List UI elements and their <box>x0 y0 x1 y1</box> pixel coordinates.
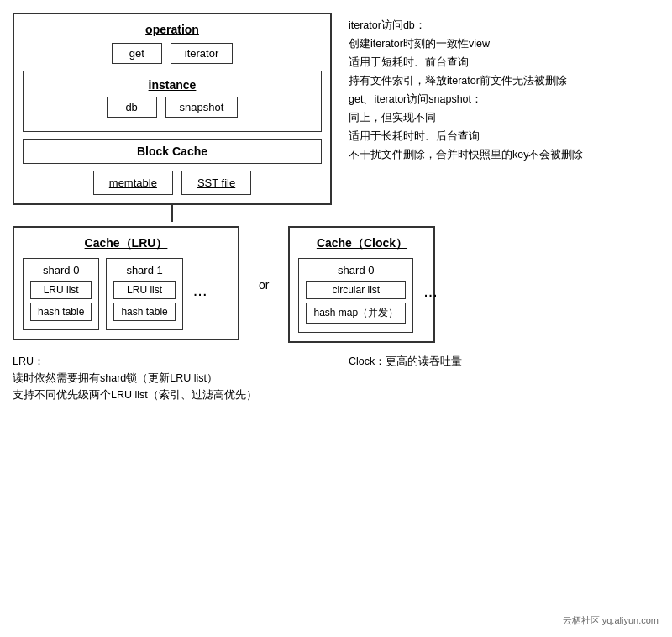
lru-shard1-hashtable: hash table <box>113 303 175 321</box>
note4: 同上，但实现不同 <box>349 109 659 126</box>
watermark: 云栖社区 yq.aliyun.com <box>559 613 662 629</box>
or-label: or <box>252 278 276 292</box>
bottom-cache-section: Cache（LRU） shard 0 LRU list hash table s… <box>13 226 659 343</box>
lru-shard1-lrulist: LRU list <box>113 281 175 299</box>
lru-shard0-hashtable: hash table <box>30 303 92 321</box>
bottom-notes: LRU： 读时依然需要拥有shard锁（更新LRU list） 支持不同优先级两… <box>13 353 659 403</box>
notes-section: iterator访问db： 创建iterator时刻的一致性view 适用于短耗… <box>349 13 659 165</box>
lru-shard0-lrulist: LRU list <box>30 281 92 299</box>
clock-notes: Clock：更高的读吞吐量 <box>323 353 659 403</box>
main-container: operation get iterator instance db snaps… <box>0 0 672 637</box>
note3: 持有文件索引，释放iterator前文件无法被删除 <box>349 72 659 89</box>
clock-shard0-label: shard 0 <box>306 264 406 276</box>
top-diagram: operation get iterator instance db snaps… <box>13 13 332 205</box>
lru-title: LRU： <box>13 353 323 370</box>
cache-clock-box: Cache（Clock） shard 0 circular list hash … <box>288 226 435 343</box>
top-section: operation get iterator instance db snaps… <box>13 13 659 205</box>
note2: 适用于短耗时、前台查询 <box>349 54 659 71</box>
lru-shard1-label: shard 1 <box>113 264 175 276</box>
lru-shards-row: shard 0 LRU list hash table shard 1 LRU … <box>23 258 229 330</box>
db-snapshot-row: db snapshot <box>32 97 312 118</box>
snapshot-box: snapshot <box>165 97 239 118</box>
lru-note2: 支持不同优先级两个LRU list（索引、过滤高优先） <box>13 387 323 403</box>
cache-lru-title: Cache（LRU） <box>23 236 229 251</box>
mem-sst-row: memtable SST file <box>23 171 322 195</box>
lru-note1: 读时依然需要拥有shard锁（更新LRU list） <box>13 370 323 387</box>
note5: 适用于长耗时时、后台查询 <box>349 128 659 145</box>
clock-dots: ... <box>423 282 438 309</box>
iterator-box: iterator <box>171 43 233 64</box>
block-cache-box: Block Cache <box>23 139 322 164</box>
db-box: db <box>107 97 157 118</box>
note1: 创建iterator时刻的一致性view <box>349 35 659 52</box>
lru-shard0: shard 0 LRU list hash table <box>23 258 99 330</box>
cache-lru-box: Cache（LRU） shard 0 LRU list hash table s… <box>13 226 239 340</box>
note6: 不干扰文件删除，合并时快照里的key不会被删除 <box>349 146 659 163</box>
clock-note: Clock：更高的读吞吐量 <box>349 353 659 370</box>
instance-section: instance db snapshot <box>23 71 322 132</box>
cache-clock-title: Cache（Clock） <box>298 236 425 251</box>
iterator-title: iterator访问db： <box>349 17 659 34</box>
clock-circular-list: circular list <box>306 281 406 299</box>
clock-shard0: shard 0 circular list hash map（并发） <box>298 258 413 333</box>
lru-notes: LRU： 读时依然需要拥有shard锁（更新LRU list） 支持不同优先级两… <box>13 353 323 403</box>
clock-shards-row: shard 0 circular list hash map（并发） ... <box>298 258 425 333</box>
operation-label: operation <box>23 23 322 36</box>
instance-label: instance <box>32 78 312 92</box>
lru-shard0-label: shard 0 <box>30 264 92 276</box>
memtable-box: memtable <box>93 171 173 195</box>
connector-line <box>171 205 173 222</box>
lru-dots: ... <box>193 281 207 308</box>
get-box: get <box>112 43 162 64</box>
clock-hashmap: hash map（并发） <box>306 303 406 324</box>
outer-operation-box: operation get iterator instance db snaps… <box>13 13 332 205</box>
sst-box: SST file <box>181 171 251 195</box>
snapshot-title: get、iterator访问snapshot： <box>349 91 659 108</box>
get-iterator-row: get iterator <box>23 43 322 64</box>
lru-shard1: shard 1 LRU list hash table <box>106 258 182 330</box>
